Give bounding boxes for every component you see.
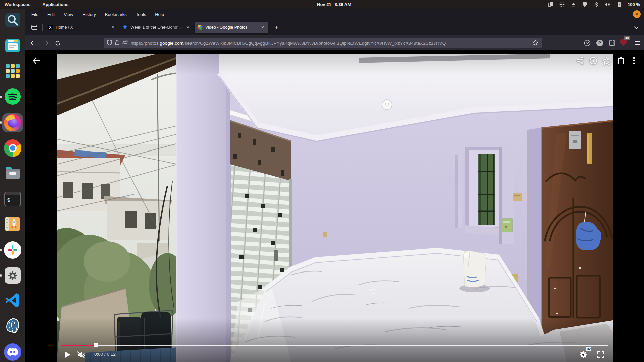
windows-icon[interactable] bbox=[548, 2, 553, 7]
applications-button[interactable]: Applications bbox=[42, 2, 68, 7]
tab-video-google-photos[interactable]: Video - Google Photos ✕ bbox=[195, 22, 268, 33]
google-photos-viewer: 0:00 / 0:12 HD bbox=[25, 50, 644, 362]
progress-played bbox=[61, 345, 96, 346]
slack-icon bbox=[4, 241, 21, 259]
switch-small bbox=[323, 232, 327, 237]
vscode-icon bbox=[4, 292, 21, 310]
cement-sack bbox=[459, 251, 490, 292]
dock-item-terminal[interactable]: $_ bbox=[2, 190, 23, 208]
permissions-icon[interactable] bbox=[122, 40, 128, 46]
green-window bbox=[478, 154, 495, 225]
pocket-icon[interactable] bbox=[583, 39, 592, 47]
fullscreen-icon[interactable] bbox=[596, 350, 605, 359]
forward-icon[interactable] bbox=[41, 38, 51, 48]
url-text[interactable]: https://photos.google.com/search/CgZWaWR… bbox=[131, 41, 529, 46]
tab-close-icon[interactable]: ✕ bbox=[110, 25, 116, 30]
tab-close-icon[interactable]: ✕ bbox=[260, 25, 266, 30]
favorite-star-icon[interactable] bbox=[602, 56, 611, 65]
tab-home-x[interactable]: X Home / X ✕ bbox=[45, 22, 119, 33]
video-player[interactable]: 0:00 / 0:12 HD bbox=[57, 54, 613, 362]
dock-item-spotify[interactable] bbox=[2, 88, 23, 107]
menu-edit[interactable]: Edit bbox=[47, 12, 55, 17]
dock-item-postgresql[interactable] bbox=[2, 317, 23, 336]
dock-item-slack[interactable] bbox=[2, 241, 23, 259]
search-app-icon bbox=[4, 12, 21, 30]
dock-item-chrome[interactable] bbox=[2, 139, 23, 158]
tab-title: Week 1 of the One-Month St bbox=[130, 25, 185, 30]
video-current-frame bbox=[57, 54, 613, 362]
menu-file[interactable]: File bbox=[31, 12, 38, 17]
volume-icon[interactable] bbox=[605, 2, 610, 7]
dock-item-vscode[interactable] bbox=[2, 292, 23, 310]
bluetooth-icon[interactable] bbox=[593, 2, 599, 7]
tab-bar: X Home / X ✕ Week 1 of the One-Month St … bbox=[25, 20, 644, 35]
green-packet bbox=[502, 219, 512, 232]
terminal-glyph: $_ bbox=[7, 198, 13, 203]
time-display: 0:00 / 0:12 bbox=[94, 352, 116, 357]
puzzle-icon[interactable] bbox=[608, 39, 616, 47]
extension-p-icon[interactable]: P bbox=[595, 39, 604, 47]
menu-tools[interactable]: Tools bbox=[136, 12, 146, 17]
firefox-view-icon[interactable] bbox=[30, 23, 39, 32]
wall-pillar bbox=[176, 54, 230, 362]
eject-icon[interactable] bbox=[571, 2, 576, 7]
share-icon[interactable] bbox=[576, 56, 584, 65]
postgresql-icon bbox=[4, 317, 21, 336]
dock-item-settings[interactable] bbox=[2, 266, 23, 285]
tab-close-icon[interactable]: ✕ bbox=[185, 25, 191, 30]
clock-date: Nov 21 bbox=[317, 2, 331, 7]
new-tab-button[interactable]: + bbox=[271, 22, 281, 33]
battery-percent-label: 100 % bbox=[628, 2, 640, 7]
menu-bookmarks[interactable]: Bookmarks bbox=[105, 12, 127, 17]
dock-item-files[interactable] bbox=[2, 164, 23, 183]
tailscale-icon[interactable] bbox=[559, 2, 565, 7]
battery-icon[interactable] bbox=[616, 2, 622, 7]
dock-item-firefox[interactable] bbox=[2, 113, 23, 132]
play-button[interactable] bbox=[63, 350, 72, 359]
menu-icon[interactable] bbox=[633, 39, 642, 47]
trash-icon[interactable] bbox=[616, 56, 625, 65]
menu-view[interactable]: View bbox=[64, 12, 73, 17]
video-progress-bar[interactable] bbox=[61, 345, 608, 346]
hd-quality-badge: HD bbox=[586, 347, 591, 351]
url-bar[interactable]: https://photos.google.com/search/CgZWaWR… bbox=[104, 38, 542, 48]
bookmark-star-icon[interactable] bbox=[532, 40, 538, 47]
info-icon[interactable] bbox=[589, 56, 598, 65]
location-icon[interactable] bbox=[582, 2, 588, 7]
dock: $_ bbox=[0, 9, 25, 362]
minimize-button[interactable] bbox=[622, 14, 626, 14]
menu-bar: File Edit View History Bookmarks Tools H… bbox=[25, 9, 644, 20]
dock-item-docs[interactable] bbox=[2, 37, 23, 56]
clock[interactable]: Nov 21 8:36 AM bbox=[317, 0, 351, 9]
list-all-tabs-icon[interactable] bbox=[634, 25, 639, 31]
dock-item-rocket-notes[interactable] bbox=[2, 215, 23, 234]
video-controls: 0:00 / 0:12 HD bbox=[57, 349, 613, 361]
spotify-icon bbox=[4, 88, 21, 107]
dock-item-search[interactable] bbox=[2, 11, 23, 30]
ublock-badge: 38 bbox=[624, 36, 630, 40]
dock-item-app-grid[interactable] bbox=[2, 62, 23, 81]
menu-help[interactable]: Help bbox=[155, 12, 164, 17]
close-window-button[interactable]: ✕ bbox=[633, 10, 641, 18]
lock-icon[interactable] bbox=[115, 40, 119, 46]
workspaces-button[interactable]: Workspaces bbox=[5, 2, 30, 7]
menu-history[interactable]: History bbox=[82, 12, 96, 17]
brass-plate bbox=[587, 133, 592, 164]
more-options-icon[interactable] bbox=[630, 56, 638, 65]
progress-handle[interactable] bbox=[94, 343, 98, 347]
tab-week1-doc[interactable]: Week 1 of the One-Month St ✕ bbox=[120, 22, 194, 33]
terminal-icon: $_ bbox=[4, 192, 21, 206]
running-indicator bbox=[0, 96, 2, 98]
clock-time: 8:36 AM bbox=[335, 2, 351, 7]
mute-icon[interactable] bbox=[76, 350, 86, 359]
chrome-icon bbox=[4, 139, 21, 157]
discord-icon bbox=[4, 343, 21, 361]
docs-teal-app-icon bbox=[4, 37, 21, 55]
back-arrow-icon[interactable] bbox=[32, 56, 41, 65]
video-settings-gear-icon[interactable]: HD bbox=[579, 350, 588, 359]
back-icon[interactable] bbox=[29, 38, 39, 48]
reload-icon[interactable] bbox=[53, 38, 63, 48]
dock-item-discord[interactable] bbox=[2, 343, 23, 361]
shield-icon[interactable] bbox=[107, 40, 112, 47]
ublock-icon[interactable]: 38 bbox=[620, 39, 627, 46]
